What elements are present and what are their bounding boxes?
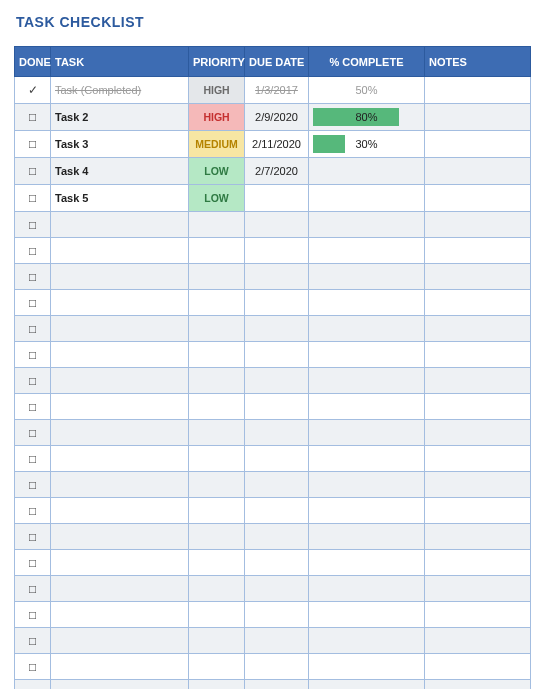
priority-cell[interactable] <box>189 394 245 420</box>
done-checkbox[interactable]: □ <box>15 576 51 602</box>
due-date-cell[interactable] <box>245 654 309 680</box>
done-checkbox[interactable]: ✓ <box>15 77 51 104</box>
notes-cell[interactable] <box>425 368 531 394</box>
percent-complete-cell[interactable] <box>309 316 425 342</box>
notes-cell[interactable] <box>425 654 531 680</box>
priority-cell[interactable] <box>189 264 245 290</box>
task-name-cell[interactable] <box>51 316 189 342</box>
task-name-cell[interactable] <box>51 420 189 446</box>
task-name-cell[interactable]: Task (Completed) <box>51 77 189 104</box>
percent-complete-cell[interactable] <box>309 524 425 550</box>
due-date-cell[interactable] <box>245 446 309 472</box>
due-date-cell[interactable] <box>245 368 309 394</box>
percent-complete-cell[interactable] <box>309 576 425 602</box>
priority-cell[interactable] <box>189 498 245 524</box>
task-name-cell[interactable] <box>51 290 189 316</box>
percent-complete-cell[interactable] <box>309 238 425 264</box>
priority-cell[interactable]: MEDIUM <box>189 131 245 158</box>
task-name-cell[interactable] <box>51 342 189 368</box>
priority-cell[interactable] <box>189 680 245 690</box>
due-date-cell[interactable] <box>245 680 309 690</box>
percent-complete-cell[interactable] <box>309 158 425 185</box>
notes-cell[interactable] <box>425 131 531 158</box>
done-checkbox[interactable]: □ <box>15 472 51 498</box>
due-date-cell[interactable] <box>245 316 309 342</box>
due-date-cell[interactable] <box>245 394 309 420</box>
due-date-cell[interactable] <box>245 420 309 446</box>
percent-complete-cell[interactable] <box>309 394 425 420</box>
done-checkbox[interactable]: □ <box>15 446 51 472</box>
due-date-cell[interactable] <box>245 628 309 654</box>
done-checkbox[interactable]: □ <box>15 498 51 524</box>
percent-complete-cell[interactable] <box>309 602 425 628</box>
priority-cell[interactable] <box>189 524 245 550</box>
notes-cell[interactable] <box>425 158 531 185</box>
priority-cell[interactable] <box>189 550 245 576</box>
done-checkbox[interactable]: □ <box>15 654 51 680</box>
notes-cell[interactable] <box>425 446 531 472</box>
notes-cell[interactable] <box>425 104 531 131</box>
percent-complete-cell[interactable] <box>309 368 425 394</box>
priority-cell[interactable] <box>189 238 245 264</box>
task-name-cell[interactable] <box>51 550 189 576</box>
percent-complete-cell[interactable]: 30% <box>309 131 425 158</box>
priority-cell[interactable] <box>189 212 245 238</box>
percent-complete-cell[interactable] <box>309 212 425 238</box>
task-name-cell[interactable] <box>51 602 189 628</box>
done-checkbox[interactable]: □ <box>15 602 51 628</box>
priority-cell[interactable] <box>189 316 245 342</box>
percent-complete-cell[interactable] <box>309 550 425 576</box>
percent-complete-cell[interactable] <box>309 185 425 212</box>
percent-complete-cell[interactable]: 50% <box>309 77 425 104</box>
notes-cell[interactable] <box>425 550 531 576</box>
percent-complete-cell[interactable] <box>309 654 425 680</box>
priority-cell[interactable]: LOW <box>189 185 245 212</box>
done-checkbox[interactable]: □ <box>15 420 51 446</box>
priority-cell[interactable] <box>189 628 245 654</box>
task-name-cell[interactable] <box>51 654 189 680</box>
done-checkbox[interactable]: □ <box>15 212 51 238</box>
task-name-cell[interactable] <box>51 628 189 654</box>
notes-cell[interactable] <box>425 498 531 524</box>
task-name-cell[interactable] <box>51 524 189 550</box>
done-checkbox[interactable]: □ <box>15 264 51 290</box>
percent-complete-cell[interactable] <box>309 628 425 654</box>
priority-cell[interactable] <box>189 290 245 316</box>
due-date-cell[interactable]: 2/7/2020 <box>245 158 309 185</box>
priority-cell[interactable]: LOW <box>189 158 245 185</box>
notes-cell[interactable] <box>425 238 531 264</box>
notes-cell[interactable] <box>425 316 531 342</box>
priority-cell[interactable] <box>189 420 245 446</box>
due-date-cell[interactable] <box>245 342 309 368</box>
task-name-cell[interactable]: Task 3 <box>51 131 189 158</box>
priority-cell[interactable] <box>189 576 245 602</box>
notes-cell[interactable] <box>425 342 531 368</box>
done-checkbox[interactable]: □ <box>15 290 51 316</box>
notes-cell[interactable] <box>425 628 531 654</box>
percent-complete-cell[interactable]: 80% <box>309 104 425 131</box>
done-checkbox[interactable]: □ <box>15 316 51 342</box>
done-checkbox[interactable]: □ <box>15 342 51 368</box>
notes-cell[interactable] <box>425 394 531 420</box>
priority-cell[interactable] <box>189 602 245 628</box>
percent-complete-cell[interactable] <box>309 498 425 524</box>
notes-cell[interactable] <box>425 290 531 316</box>
percent-complete-cell[interactable] <box>309 290 425 316</box>
notes-cell[interactable] <box>425 680 531 690</box>
due-date-cell[interactable] <box>245 550 309 576</box>
done-checkbox[interactable]: □ <box>15 628 51 654</box>
due-date-cell[interactable] <box>245 185 309 212</box>
notes-cell[interactable] <box>425 576 531 602</box>
done-checkbox[interactable]: □ <box>15 104 51 131</box>
due-date-cell[interactable] <box>245 238 309 264</box>
priority-cell[interactable]: HIGH <box>189 77 245 104</box>
task-name-cell[interactable] <box>51 498 189 524</box>
task-name-cell[interactable]: Task 5 <box>51 185 189 212</box>
due-date-cell[interactable] <box>245 576 309 602</box>
due-date-cell[interactable] <box>245 498 309 524</box>
due-date-cell[interactable]: 1/3/2017 <box>245 77 309 104</box>
done-checkbox[interactable]: □ <box>15 158 51 185</box>
task-name-cell[interactable] <box>51 472 189 498</box>
notes-cell[interactable] <box>425 185 531 212</box>
due-date-cell[interactable] <box>245 264 309 290</box>
